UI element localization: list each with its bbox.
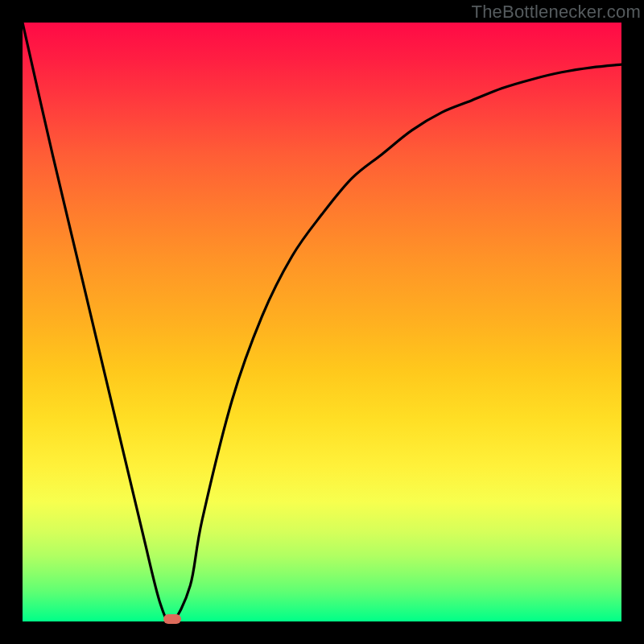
plot-frame: [23, 23, 621, 621]
bottleneck-curve: [23, 23, 621, 621]
optimal-point-marker: [163, 614, 181, 624]
watermark-text: TheBottlenecker.com: [472, 2, 641, 23]
plot-area: [23, 23, 621, 621]
